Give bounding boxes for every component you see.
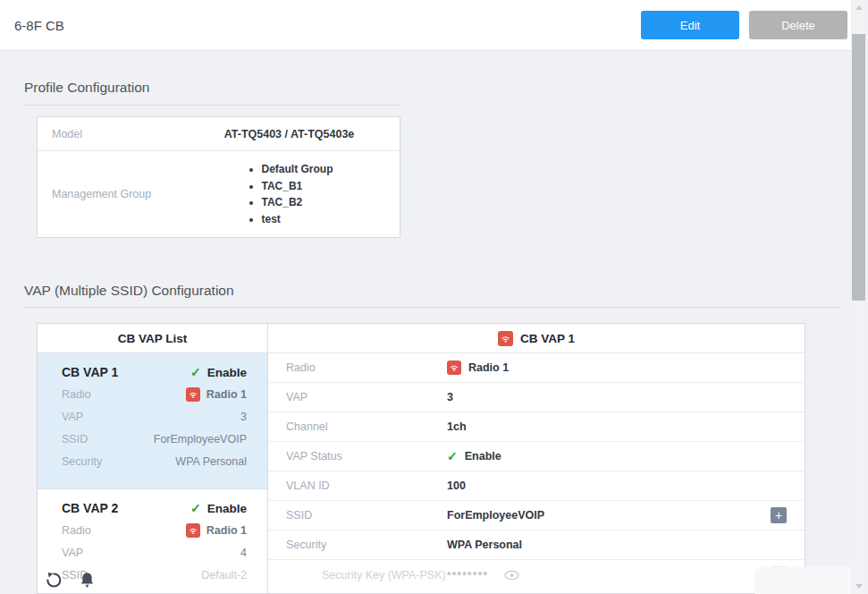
vap-card-status-label: Enable — [207, 502, 247, 515]
vap-detail-header: CB VAP 1 — [268, 324, 805, 353]
vap-label: VAP — [62, 411, 83, 423]
radio-label: Radio — [62, 524, 91, 537]
check-icon: ✓ — [190, 365, 201, 379]
cb-vap-1-detail: CB VAP 1 Radio Radio 1 VAP 3 Channel 1ch… — [268, 323, 805, 594]
profile-section-divider — [24, 105, 400, 106]
detail-row-security: Security WPA Personal — [268, 530, 805, 560]
vap-card-status: ✓ Enable — [190, 365, 247, 379]
management-group-list: Default Group TAC_B1 TAC_B2 test — [246, 159, 333, 230]
vap-card-status-label: Enable — [207, 366, 247, 379]
check-icon: ✓ — [447, 449, 458, 463]
profile-table: Model AT-TQ5403 / AT-TQ5403e Management … — [37, 116, 400, 238]
show-password-icon[interactable] — [504, 570, 519, 581]
delete-button[interactable]: Delete — [749, 11, 847, 39]
ssid-label: SSID — [62, 433, 88, 446]
detail-row-vlan-id: VLAN ID 100 — [268, 471, 805, 501]
management-group-label: Management Group — [38, 151, 179, 237]
management-group-row: Management Group Default Group TAC_B1 TA… — [38, 151, 400, 237]
radio-value: Radio 1 — [186, 387, 247, 402]
detail-row-radio: Radio Radio 1 — [268, 353, 805, 383]
detail-row-ssid: SSID ForEmployeeVOIP + — [268, 501, 805, 530]
vap-card-cb-vap-1[interactable]: CB VAP 1 ✓ Enable Radio Radio 1 VAP 3 — [38, 353, 267, 489]
cb-vap-list-header: CB VAP List — [38, 324, 267, 353]
detail-row-vap-status: VAP Status ✓ Enable — [268, 442, 805, 471]
security-label: Security — [62, 455, 102, 468]
vertical-scrollbar[interactable] — [852, 0, 865, 594]
management-group-item: TAC_B1 — [262, 180, 333, 192]
vap-section-title: VAP (Multiple SSID) Configuration — [24, 283, 234, 299]
wifi-icon — [186, 523, 200, 538]
model-label: Model — [38, 117, 179, 150]
vap-section-divider — [24, 307, 840, 308]
scroll-up-icon[interactable] — [855, 5, 863, 10]
detail-row-vap: VAP 3 — [268, 383, 805, 412]
management-group-item: TAC_B2 — [262, 196, 333, 208]
wifi-icon — [447, 361, 461, 375]
wifi-icon — [498, 331, 513, 346]
vap-value: 3 — [240, 411, 247, 423]
radio-value: Radio 1 — [186, 523, 247, 538]
top-bar: 6-8F CB Edit Delete — [0, 0, 851, 51]
ssid-value: ForEmployeeVOIP — [154, 433, 247, 446]
ssid-add-button[interactable]: + — [771, 507, 787, 523]
management-group-item: test — [262, 213, 333, 225]
management-group-item: Default Group — [262, 163, 333, 175]
page-title: 6-8F CB — [14, 18, 64, 33]
check-icon: ✓ — [190, 501, 201, 515]
management-group-value: Default Group TAC_B1 TAC_B2 test — [179, 151, 400, 237]
scrollbar-thumb[interactable] — [852, 34, 865, 301]
vap-detail-title: CB VAP 1 — [520, 332, 575, 345]
wifi-icon — [186, 387, 200, 402]
model-value: AT-TQ5403 / AT-TQ5403e — [179, 117, 400, 150]
radio-label: Radio — [62, 388, 91, 401]
ssid-value: Default-2 — [201, 569, 247, 581]
model-row: Model AT-TQ5403 / AT-TQ5403e — [38, 117, 400, 151]
refresh-icon[interactable] — [45, 571, 63, 590]
scroll-down-icon[interactable] — [855, 584, 863, 589]
vap-card-title: CB VAP 1 — [62, 365, 118, 379]
vap-label: VAP — [62, 547, 83, 559]
detail-row-channel: Channel 1ch — [268, 412, 805, 442]
cb-vap-list: CB VAP List CB VAP 1 ✓ Enable Radio Radi… — [37, 323, 268, 594]
vap-configuration: CB VAP List CB VAP 1 ✓ Enable Radio Radi… — [37, 323, 805, 594]
footer-icons — [45, 571, 96, 590]
profile-section-title: Profile Configuration — [24, 80, 149, 96]
detail-row-security-key: Security Key (WPA-PSK) ******** + — [268, 560, 805, 590]
vap-card-status: ✓ Enable — [190, 501, 247, 515]
security-value: WPA Personal — [175, 455, 247, 468]
notification-bell-icon[interactable] — [79, 571, 96, 590]
vap-card-title: CB VAP 2 — [62, 501, 118, 515]
bottom-right-panel — [754, 567, 851, 594]
edit-button[interactable]: Edit — [641, 11, 739, 39]
topbar-buttons: Edit Delete — [641, 11, 847, 39]
vap-value: 4 — [240, 547, 247, 559]
